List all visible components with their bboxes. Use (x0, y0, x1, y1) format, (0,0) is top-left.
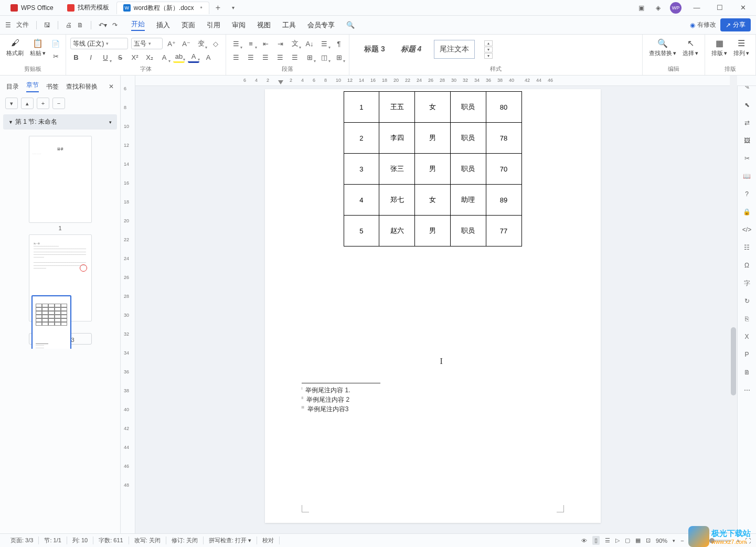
align-justify-button[interactable]: ☰ (274, 51, 286, 63)
table-row[interactable]: 5赵六男职员77 (344, 216, 521, 246)
view-web-icon[interactable]: ▢ (625, 537, 630, 544)
style-gallery-spinner[interactable]: ▴▾▾ (484, 40, 493, 59)
nav-up-button[interactable]: ▴ (21, 98, 34, 109)
view-read-icon[interactable]: ▷ (615, 537, 620, 544)
decrease-indent-button[interactable]: ⇤ (260, 38, 271, 49)
tab-template[interactable]: 找稻壳模板 (61, 2, 115, 14)
document-canvas[interactable]: 1王五女职员80 2李四男职员78 3张三男职员70 4郑七女助理89 5赵六男… (135, 76, 730, 533)
select-button[interactable]: ↖选择 ▾ (680, 37, 700, 58)
bullets-button[interactable]: ☰▾ (230, 38, 242, 49)
redo-icon[interactable]: ↷ (112, 22, 118, 29)
close-button[interactable]: ✕ (735, 2, 751, 14)
style-gallery[interactable]: 标题 3 标题 4 尾注文本 ▴▾▾ (354, 37, 638, 62)
zoom-out-button[interactable]: − (680, 538, 684, 544)
nav-tab-chapter[interactable]: 章节 (26, 81, 39, 92)
code-icon[interactable]: </> (742, 224, 752, 235)
settings2-icon[interactable]: ⇄ (742, 117, 752, 128)
table-row[interactable]: 1王五女职员80 (344, 92, 521, 123)
section-header[interactable]: ▼第 1 节: 未命名▾ (3, 114, 117, 130)
text-effect-button[interactable]: A▾ (158, 51, 170, 63)
status-section[interactable]: 节: 1/1 (39, 537, 67, 544)
bold-button[interactable]: B (70, 51, 82, 63)
avatar[interactable]: WP (670, 2, 682, 14)
char-border-button[interactable]: A (203, 51, 214, 63)
strikethrough-button[interactable]: S̶ (114, 51, 126, 63)
menu-review[interactable]: 审阅 (232, 20, 246, 30)
nav-remove-button[interactable]: − (52, 98, 65, 109)
cube-icon[interactable]: ◈ (653, 3, 663, 13)
more-icon[interactable]: ⋯ (742, 385, 752, 395)
font-name-select[interactable]: 等线 (正文)▾ (70, 38, 128, 49)
maximize-button[interactable]: ☐ (712, 2, 728, 14)
font-size-select[interactable]: 五号▾ (131, 38, 163, 49)
menu-reference[interactable]: 引用 (207, 20, 220, 30)
tab-add-button[interactable]: + (210, 3, 226, 13)
status-proof[interactable]: 校对 (257, 537, 280, 544)
borders-button[interactable]: ⊞▾ (333, 51, 345, 63)
edit-status[interactable]: ◉有修改 (690, 20, 716, 29)
table-row[interactable]: 3张三男职员70 (344, 154, 521, 185)
page-icon[interactable]: 🗎 (742, 367, 752, 378)
tab-stops-button[interactable]: ⊞▾ (304, 51, 315, 63)
nav-tab-toc[interactable]: 目录 (6, 82, 19, 91)
print-icon[interactable]: 🖨 (66, 22, 72, 29)
print-preview-icon[interactable]: 🗎 (77, 22, 83, 29)
share-button[interactable]: ↗ 分享 (720, 18, 751, 31)
phonetic-icon[interactable]: 变▾ (195, 38, 207, 49)
font-color-button[interactable]: A▾ (188, 51, 199, 63)
menu-insert[interactable]: 插入 (156, 20, 170, 30)
view-print-icon[interactable]: ▦ (635, 537, 641, 544)
increase-font-icon[interactable]: A⁺ (166, 38, 177, 49)
subscript-button[interactable]: X₂ (144, 51, 155, 63)
nav-close-button[interactable]: ✕ (109, 83, 114, 90)
status-page[interactable]: 页面: 3/3 (5, 537, 39, 544)
export-icon[interactable]: ⎘ (742, 314, 752, 324)
view-focus-icon[interactable]: ⊡ (646, 537, 651, 544)
increase-indent-button[interactable]: ⇥ (274, 38, 286, 49)
paste-button[interactable]: 📋粘贴 ▾ (28, 37, 48, 58)
menu-page[interactable]: 页面 (182, 20, 195, 30)
search-icon[interactable]: 🔍 (346, 21, 355, 29)
nav-tab-find[interactable]: 查找和替换 (66, 82, 98, 91)
scrollbar-thumb[interactable] (731, 327, 736, 395)
text-direction-button[interactable]: 文▾ (289, 38, 301, 49)
format-painter-button[interactable]: 🖌格式刷 (4, 37, 26, 58)
nav-down-button[interactable]: ▾ (5, 98, 18, 109)
superscript-button[interactable]: X² (129, 51, 141, 63)
view-outline-icon[interactable]: ☰ (605, 537, 610, 544)
excel-icon[interactable]: X (742, 331, 752, 342)
panel-icon[interactable]: ▣ (636, 3, 646, 13)
sort-button[interactable]: A↓ (304, 38, 315, 49)
translate-icon[interactable]: 字 (742, 278, 752, 288)
line-spacing-button[interactable]: ☰▾ (318, 38, 330, 49)
minimize-button[interactable]: — (689, 2, 705, 14)
menu-icon[interactable]: ☰ (5, 22, 11, 29)
view-eye-icon[interactable]: 👁 (581, 538, 587, 544)
copy-icon[interactable]: 📄 (50, 38, 61, 49)
help-icon[interactable]: ? (742, 189, 752, 199)
table-row[interactable]: 2李四男职员78 (344, 123, 521, 154)
highlight-button[interactable]: ab▾ (173, 51, 185, 63)
thumb-page-1[interactable]: 目录· · · · · · · ·1 (29, 136, 92, 231)
cut-icon[interactable]: ✂ (50, 50, 61, 62)
decrease-font-icon[interactable]: A⁻ (180, 38, 192, 49)
shading-button[interactable]: ◫▾ (318, 51, 330, 63)
numbering-button[interactable]: ≡▾ (245, 38, 257, 49)
list-icon[interactable]: ☷ (742, 242, 752, 253)
scrollbar[interactable] (730, 76, 737, 533)
menu-member[interactable]: 会员专享 (307, 20, 335, 30)
book-icon[interactable]: 📖 (742, 171, 752, 181)
indent-marker[interactable] (278, 80, 283, 84)
menu-home[interactable]: 开始 (131, 19, 145, 31)
style-endnote[interactable]: 尾注文本 (434, 40, 475, 59)
pdf-icon[interactable]: P (742, 349, 752, 360)
tab-wps-office[interactable]: WPS Office (4, 2, 60, 14)
underline-button[interactable]: U▾ (100, 51, 111, 63)
clear-format-icon[interactable]: ◇ (210, 38, 221, 49)
align-right-button[interactable]: ☰ (260, 51, 271, 63)
menu-tools[interactable]: 工具 (282, 20, 296, 30)
omega-icon[interactable]: Ω (742, 260, 752, 271)
nav-tab-bookmark[interactable]: 书签 (46, 82, 59, 91)
save-icon[interactable]: 🖫 (44, 22, 50, 29)
style-heading4[interactable]: 标题 4 (398, 42, 425, 56)
